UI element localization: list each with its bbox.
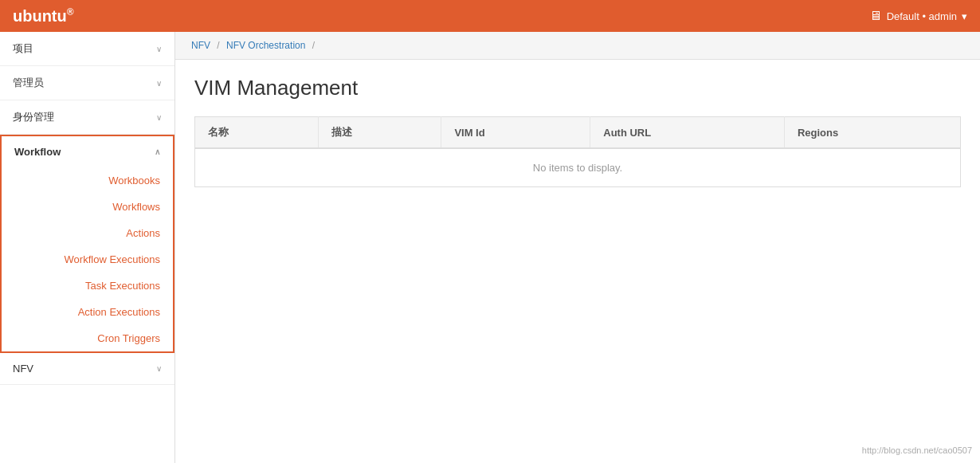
sidebar-item-workflow[interactable]: Workflow ∧ bbox=[2, 136, 173, 167]
sidebar-label-admin: 管理员 bbox=[13, 76, 44, 90]
sidebar-item-nfv[interactable]: NFV ∨ bbox=[0, 353, 174, 384]
sidebar-item-identity[interactable]: 身份管理 ∨ bbox=[0, 100, 174, 134]
table-empty-row: No items to display. bbox=[195, 148, 961, 187]
sidebar-label-nfv: NFV bbox=[13, 363, 33, 375]
breadcrumb-nfv[interactable]: NFV bbox=[191, 40, 210, 51]
sidebar-label-projects: 项目 bbox=[13, 41, 33, 56]
col-header-auth-url: Auth URL bbox=[590, 117, 785, 149]
sidebar-item-projects[interactable]: 项目 ∨ bbox=[0, 32, 174, 65]
sidebar-item-admin[interactable]: 管理员 ∨ bbox=[0, 66, 174, 100]
watermark: http://blog.csdn.net/cao0507 bbox=[862, 445, 972, 455]
sidebar-item-cron-triggers[interactable]: Cron Triggers bbox=[2, 325, 173, 351]
header-dropdown-icon[interactable]: ▾ bbox=[962, 10, 967, 22]
table-header-row: 名称 描述 VIM Id Auth URL Regions bbox=[195, 117, 961, 149]
chevron-down-icon: ∨ bbox=[156, 79, 162, 88]
sidebar-item-workflow-executions[interactable]: Workflow Executions bbox=[2, 246, 173, 273]
sidebar-section-projects: 项目 ∨ bbox=[0, 32, 174, 66]
logo-superscript: ® bbox=[67, 6, 74, 18]
empty-message: No items to display. bbox=[195, 148, 961, 187]
sidebar-section-admin: 管理员 ∨ bbox=[0, 66, 174, 100]
sidebar-item-workbooks[interactable]: Workbooks bbox=[2, 167, 173, 194]
content-area: NFV / NFV Orchestration / VIM Management… bbox=[175, 32, 980, 463]
breadcrumb-separator-1: / bbox=[217, 40, 219, 51]
sidebar-item-workflows[interactable]: Workflows bbox=[2, 194, 173, 220]
col-header-regions: Regions bbox=[784, 117, 960, 149]
sidebar-section-identity: 身份管理 ∨ bbox=[0, 100, 174, 135]
sidebar-label-workflow: Workflow bbox=[14, 146, 61, 158]
col-header-name: 名称 bbox=[195, 117, 319, 149]
col-header-vim-id: VIM Id bbox=[441, 117, 590, 149]
sidebar-item-actions[interactable]: Actions bbox=[2, 220, 173, 246]
ubuntu-logo: ubuntu® bbox=[13, 6, 74, 26]
page-title: VIM Management bbox=[194, 76, 961, 100]
top-header: ubuntu® 🖥 Default • admin ▾ bbox=[0, 0, 980, 32]
header-user-info: Default • admin bbox=[887, 10, 957, 22]
sidebar: 项目 ∨ 管理员 ∨ 身份管理 ∨ Workflow ∧ Wor bbox=[0, 32, 175, 463]
breadcrumb: NFV / NFV Orchestration / bbox=[175, 32, 980, 60]
col-header-desc: 描述 bbox=[318, 117, 441, 149]
chevron-down-icon: ∨ bbox=[156, 45, 162, 53]
breadcrumb-separator-2: / bbox=[312, 40, 315, 51]
sidebar-label-identity: 身份管理 bbox=[13, 110, 54, 124]
sidebar-item-action-executions[interactable]: Action Executions bbox=[2, 299, 173, 325]
sidebar-section-nfv: NFV ∨ bbox=[0, 353, 174, 385]
workflow-sub-menu: Workbooks Workflows Actions Workflow Exe… bbox=[2, 167, 173, 351]
sidebar-item-task-executions[interactable]: Task Executions bbox=[2, 273, 173, 299]
chevron-down-icon: ∨ bbox=[156, 364, 162, 373]
breadcrumb-nfv-orchestration[interactable]: NFV Orchestration bbox=[226, 40, 305, 51]
sidebar-section-workflow: Workflow ∧ Workbooks Workflows Actions W… bbox=[0, 135, 174, 353]
page-content: VIM Management 名称 描述 VIM Id Auth URL Reg… bbox=[175, 60, 980, 203]
chevron-down-icon: ∨ bbox=[156, 113, 162, 122]
monitor-icon: 🖥 bbox=[869, 9, 882, 23]
header-center[interactable]: 🖥 Default • admin ▾ bbox=[869, 9, 967, 23]
logo-text: ubuntu bbox=[13, 7, 67, 25]
vim-table: 名称 描述 VIM Id Auth URL Regions No items t… bbox=[194, 116, 961, 187]
chevron-up-icon: ∧ bbox=[155, 147, 160, 156]
main-layout: 项目 ∨ 管理员 ∨ 身份管理 ∨ Workflow ∧ Wor bbox=[0, 32, 980, 463]
